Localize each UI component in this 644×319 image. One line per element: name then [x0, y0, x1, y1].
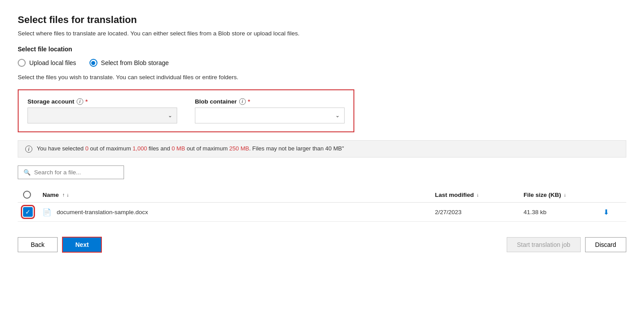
info-banner-icon: i [25, 146, 32, 153]
radio-upload-local-label: Upload local files [29, 59, 76, 66]
next-button[interactable]: Next [62, 237, 102, 253]
footer-left: Back Next [18, 237, 102, 253]
header-name-sort-down[interactable]: ↓ [66, 192, 69, 197]
table-row: ✓ 📄 document-translation-sample.docx 2/2… [18, 203, 626, 222]
row-modified-col: 2/27/2023 [435, 209, 524, 215]
row-action-col[interactable]: ⬇ [603, 208, 621, 216]
blob-container-required: * [248, 98, 250, 105]
download-icon[interactable]: ⬇ [603, 208, 609, 216]
blob-container-dropdown[interactable]: ⌄ [195, 108, 345, 123]
footer-right: Start translation job Discard [507, 237, 626, 252]
blob-container-info-icon: i [239, 98, 246, 105]
header-check-col [23, 191, 43, 199]
page-description: Select where files to translate are loca… [18, 30, 626, 37]
search-box[interactable]: 🔍 [18, 165, 124, 179]
sub-description: Select the files you wish to translate. … [18, 74, 626, 81]
blob-container-label: Blob container i * [195, 98, 345, 105]
header-size-sort-down[interactable]: ↓ [564, 192, 566, 197]
storage-account-info-icon: i [77, 98, 83, 105]
header-name-col[interactable]: Name ↑ ↓ [43, 192, 435, 198]
search-icon: 🔍 [23, 169, 31, 176]
page-title: Select files for translation [18, 14, 626, 26]
row-check-col[interactable]: ✓ [23, 207, 43, 217]
radio-blob-storage[interactable]: Select from Blob storage [89, 59, 169, 67]
row-name-col: 📄 document-translation-sample.docx [43, 208, 435, 216]
blob-container-field: Blob container i * ⌄ [195, 98, 345, 123]
header-radio[interactable] [23, 191, 31, 199]
file-name: document-translation-sample.docx [57, 209, 148, 215]
file-icon: 📄 [43, 208, 51, 216]
search-input[interactable] [34, 169, 118, 176]
footer: Back Next Start translation job Discard [18, 232, 626, 253]
header-name-label: Name [43, 192, 59, 198]
radio-upload-local-circle [18, 59, 26, 67]
header-modified-col[interactable]: Last modified ↓ [435, 192, 524, 198]
header-size-col[interactable]: File size (KB) ↓ [524, 192, 603, 198]
radio-group: Upload local files Select from Blob stor… [18, 59, 626, 67]
storage-account-field: Storage account i * ⌄ [27, 98, 177, 123]
section-label: Select file location [18, 46, 626, 53]
header-size-label: File size (KB) [524, 192, 561, 198]
radio-blob-storage-circle [89, 59, 97, 67]
radio-upload-local[interactable]: Upload local files [18, 59, 76, 67]
info-banner: i You have selected 0 out of maximum 1,0… [18, 140, 626, 158]
table-header: Name ↑ ↓ Last modified ↓ File size (KB) … [18, 187, 626, 203]
form-box: Storage account i * ⌄ Blob container i *… [18, 89, 354, 132]
storage-account-required: * [85, 98, 88, 105]
header-name-sort-up[interactable]: ↑ [62, 192, 65, 197]
storage-account-dropdown[interactable]: ⌄ [27, 108, 177, 123]
radio-blob-storage-label: Select from Blob storage [101, 59, 169, 66]
storage-account-label: Storage account i * [27, 98, 177, 105]
row-size-col: 41.38 kb [524, 209, 603, 215]
header-modified-label: Last modified [435, 192, 474, 198]
info-banner-text: You have selected 0 out of maximum 1,000… [37, 145, 344, 152]
storage-account-arrow: ⌄ [168, 112, 172, 119]
header-modified-sort-down[interactable]: ↓ [477, 192, 479, 197]
blob-container-arrow: ⌄ [335, 112, 340, 119]
row-checkbox[interactable]: ✓ [23, 207, 33, 217]
start-translation-button[interactable]: Start translation job [507, 237, 581, 252]
discard-button[interactable]: Discard [585, 237, 626, 252]
back-button[interactable]: Back [18, 237, 58, 252]
